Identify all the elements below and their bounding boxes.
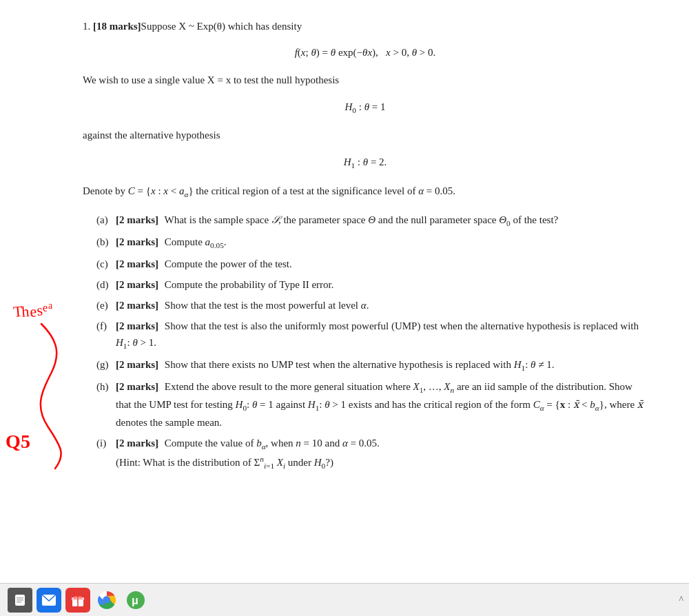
svg-rect-11 (17, 602, 21, 603)
part-f: (f) [2 marks] Show that the test is also… (96, 318, 648, 352)
svg-text:e: e (43, 302, 48, 314)
wish-text: We wish to use a single value X = x to t… (83, 72, 648, 88)
part-h: (h) [2 marks] Extend the above result to… (96, 378, 648, 431)
part-b: (b) [2 marks] Compute a0.05. (96, 234, 648, 251)
svg-text:a: a (48, 300, 53, 311)
question-number: 1. [18 marks] (83, 21, 141, 32)
taskbar-right: ^ (679, 595, 683, 606)
density-formula: f(x; θ) = θ exp(−θx), x > 0, θ > 0. (83, 43, 648, 62)
part-e: (e) [2 marks] Show that the test is the … (96, 297, 648, 314)
intro-text: Suppose X ~ Exp(θ) which has density (141, 21, 302, 32)
torrent-icon[interactable]: μ (123, 588, 148, 613)
svg-text:h: h (21, 302, 30, 320)
svg-text:Q: Q (6, 431, 21, 452)
against-text: against the alternative hypothesis (83, 127, 648, 143)
taskbar: μ ^ (0, 583, 689, 616)
part-a: (a) [2 marks] What is the sample space 𝒮… (96, 212, 648, 229)
svg-text:5: 5 (21, 431, 30, 452)
svg-rect-9 (17, 597, 23, 599)
parts-list: (a) [2 marks] What is the sample space 𝒮… (96, 212, 648, 472)
part-g: (g) [2 marks] Show that there exists no … (96, 356, 648, 374)
handwritten-annotation: T h e s e a Q 5 (0, 296, 90, 489)
h1-formula: H1 : θ = 2. (83, 153, 648, 172)
gift-icon[interactable] (65, 588, 90, 613)
file-icon[interactable] (8, 588, 32, 613)
part-d: (d) [2 marks] Compute the probability of… (96, 276, 648, 293)
svg-rect-10 (17, 599, 23, 601)
svg-point-18 (104, 597, 110, 603)
denote-text: Denote by C = {x : x < aα} the critical … (83, 183, 648, 201)
mail-icon[interactable] (37, 588, 61, 613)
svg-text:μ: μ (132, 595, 138, 606)
part-i: (i) [2 marks] Compute the value of bα, w… (96, 435, 648, 472)
chrome-icon[interactable] (94, 588, 119, 613)
h0-formula: H0 : θ = 1 (83, 98, 648, 117)
part-c: (c) [2 marks] Compute the power of the t… (96, 256, 648, 272)
taskbar-chevron: ^ (679, 595, 683, 606)
